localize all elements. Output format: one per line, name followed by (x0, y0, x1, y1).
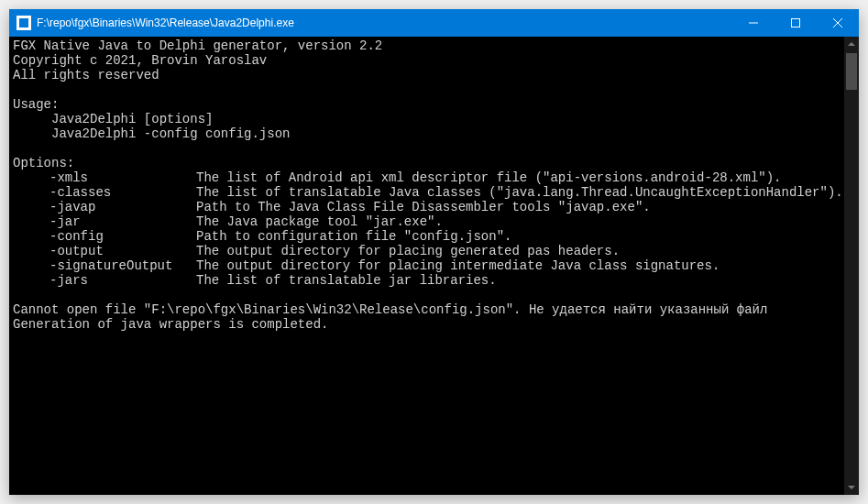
option-row: -configPath to configuration file "confi… (13, 229, 841, 244)
option-desc: Path to configuration file "config.json"… (196, 229, 511, 244)
vertical-scrollbar[interactable] (844, 37, 859, 495)
console-line: Copyright c 2021, Brovin Yaroslav (13, 53, 267, 68)
option-row: -signatureOutputThe output directory for… (13, 258, 841, 273)
window-title: F:\repo\fgx\Binaries\Win32\Release\Java2… (37, 16, 294, 29)
minimize-icon (749, 18, 758, 27)
console-window: F:\repo\fgx\Binaries\Win32\Release\Java2… (9, 9, 859, 495)
option-name: -output (13, 244, 196, 258)
option-name: -classes (13, 185, 196, 200)
option-row: -jarsThe list of translatable jar librar… (13, 273, 841, 288)
option-desc: The Java package tool "jar.exe". (196, 214, 443, 229)
console-body: FGX Native Java to Delphi generator, ver… (9, 37, 859, 495)
option-row: -jarThe Java package tool "jar.exe". (13, 214, 841, 229)
option-name: -jar (13, 214, 196, 229)
svg-rect-1 (792, 19, 800, 27)
option-name: -javap (13, 200, 196, 214)
option-row: -outputThe output directory for placing … (13, 244, 841, 258)
console-line: Java2Delphi -config config.json (13, 126, 290, 141)
scroll-up-button[interactable] (844, 37, 859, 51)
option-desc: The list of translatable jar libraries. (196, 273, 497, 288)
scroll-thumb[interactable] (846, 53, 857, 90)
option-name: -jars (13, 273, 196, 288)
option-desc: The list of Android api xml descriptor f… (196, 170, 782, 185)
console-error-line: Cannot open file "F:\repo\fgx\Binaries\W… (13, 302, 767, 317)
maximize-button[interactable] (775, 9, 817, 37)
option-desc: The output directory for placing interme… (196, 258, 720, 273)
minimize-button[interactable] (732, 9, 775, 37)
option-name: -xmls (13, 170, 196, 185)
scroll-down-button[interactable] (844, 480, 859, 495)
console-line: Generation of java wrappers is completed… (13, 317, 328, 332)
console-line: Usage: (13, 97, 59, 112)
close-button[interactable] (817, 9, 859, 37)
chevron-up-icon (848, 42, 855, 46)
chevron-down-icon (848, 486, 855, 489)
option-name: -signatureOutput (13, 258, 196, 273)
console-line: Options: (13, 156, 74, 170)
option-name: -config (13, 229, 196, 244)
option-row: -classesThe list of translatable Java cl… (13, 185, 841, 200)
option-row: -xmlsThe list of Android api xml descrip… (13, 170, 841, 185)
console-line: FGX Native Java to Delphi generator, ver… (13, 38, 382, 53)
option-desc: Path to The Java Class File Disassembler… (196, 200, 651, 214)
console-line: All rights reserved (13, 68, 159, 82)
option-desc: The list of translatable Java classes ("… (196, 185, 843, 200)
titlebar[interactable]: F:\repo\fgx\Binaries\Win32\Release\Java2… (9, 9, 859, 37)
close-icon (833, 18, 842, 27)
console-line: Java2Delphi [options] (13, 112, 213, 126)
option-desc: The output directory for placing generat… (196, 244, 620, 258)
option-row: -javapPath to The Java Class File Disass… (13, 200, 841, 214)
maximize-icon (791, 18, 800, 27)
console-output[interactable]: FGX Native Java to Delphi generator, ver… (9, 37, 844, 495)
app-icon (16, 16, 31, 30)
